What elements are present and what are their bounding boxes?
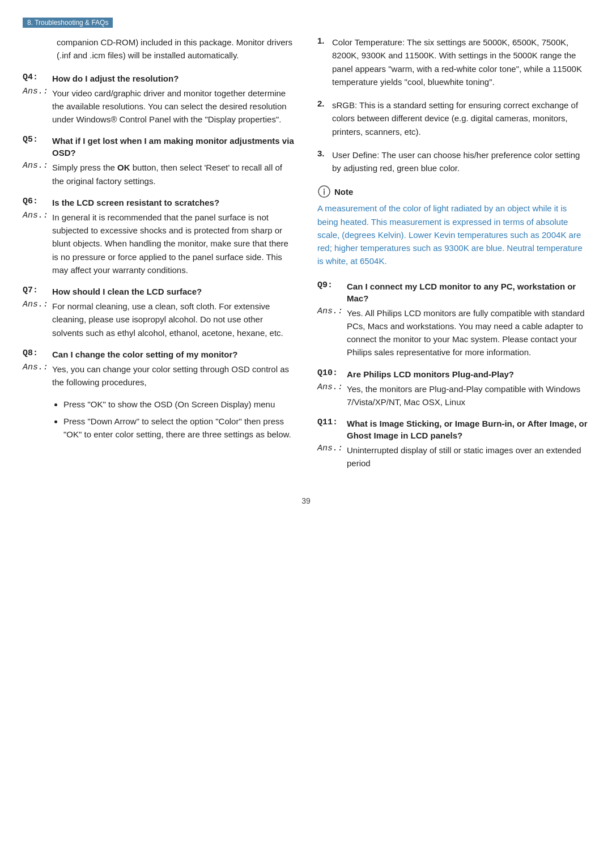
q8-ans-label: Ans.: [23,363,52,372]
q11-ans-text: Uninterrupted display of still or static… [347,444,589,470]
qa-q11: Q11: What is Image Sticking, or Image Bu… [317,418,589,470]
qa-q6: Q6: Is the LCD screen resistant to scrat… [23,197,295,276]
bullet-item-1: Press "OK" to show the OSD (On Screen Di… [63,398,295,411]
qa-q7: Q7: How should I clean the LCD surface? … [23,286,295,339]
q8-ans-text: Yes, you can change your color setting t… [52,363,295,389]
q4-text: How do I adjust the resolution? [52,73,178,84]
q9-ans-text: Yes. All Philips LCD monitors are fully … [347,307,589,359]
q10-text: Are Philips LCD monitors Plug-and-Play? [347,368,514,380]
left-column: companion CD-ROM) included in this packa… [23,36,295,479]
q7-ans-label: Ans.: [23,300,52,309]
q4-ans-text: Your video card/graphic driver and monit… [52,87,295,126]
header-tag: 8. Troubleshooting & FAQs [23,18,113,28]
q4-label: Q4: [23,73,52,82]
num-2-text: sRGB: This is a standard setting for ens… [332,99,589,138]
q6-ans-text: In general it is recommended that the pa… [52,211,295,276]
q4-answer-row: Ans.: Your video card/graphic driver and… [23,87,295,126]
q11-ans-label: Ans.: [317,444,347,453]
num-2-label: 2. [317,99,332,108]
note-box: Note A measurement of the color of light… [317,185,589,267]
q11-question-row: Q11: What is Image Sticking, or Image Bu… [317,418,589,441]
q8-label: Q8: [23,348,52,358]
num-1-label: 1. [317,36,332,45]
note-header: Note [317,185,589,198]
q9-label: Q9: [317,280,347,290]
q8-question-row: Q8: Can I change the color setting of my… [23,348,295,360]
numbered-item-1: 1. Color Temperature: The six settings a… [317,36,589,88]
q10-question-row: Q10: Are Philips LCD monitors Plug-and-P… [317,368,589,380]
q7-text: How should I clean the LCD surface? [52,286,202,297]
q5-answer-row: Ans.: Simply press the OK button, then s… [23,161,295,188]
q5-ans-text: Simply press the OK button, then select … [52,161,295,188]
q11-text: What is Image Sticking, or Image Burn-in… [347,418,589,441]
q8-text: Can I change the color setting of my mon… [52,348,238,360]
two-column-layout: companion CD-ROM) included in this packa… [23,36,589,479]
q7-question-row: Q7: How should I clean the LCD surface? [23,286,295,297]
page-number: 39 [23,496,589,505]
num-3-text: User Define: The user can choose his/her… [332,148,589,175]
bullet-item-2: Press "Down Arrow" to select the option … [63,415,295,441]
q7-ans-text: For normal cleaning, use a clean, soft c… [52,300,295,339]
q4-question-row: Q4: How do I adjust the resolution? [23,73,295,84]
q7-label: Q7: [23,286,52,295]
qa-q5: Q5: What if I get lost when I am making … [23,135,295,188]
qa-q10: Q10: Are Philips LCD monitors Plug-and-P… [317,368,589,409]
q5-question-row: Q5: What if I get lost when I am making … [23,135,295,159]
numbered-item-2: 2. sRGB: This is a standard setting for … [317,99,589,138]
q8-answer-row: Ans.: Yes, you can change your color set… [23,363,295,389]
q10-answer-row: Ans.: Yes, the monitors are Plug-and-Pla… [317,382,589,409]
q10-ans-label: Ans.: [317,382,347,392]
page-container: 8. Troubleshooting & FAQs companion CD-R… [0,0,612,868]
q7-answer-row: Ans.: For normal cleaning, use a clean, … [23,300,295,339]
note-content: A measurement of the color of light radi… [317,202,589,267]
num-1-text: Color Temperature: The six settings are … [332,36,589,88]
q5-label: Q5: [23,135,52,144]
right-column: 1. Color Temperature: The six settings a… [317,36,589,479]
qa-q8: Q8: Can I change the color setting of my… [23,348,295,389]
q9-answer-row: Ans.: Yes. All Philips LCD monitors are … [317,307,589,359]
q11-answer-row: Ans.: Uninterrupted display of still or … [317,444,589,470]
q8-bullet-list: Press "OK" to show the OSD (On Screen Di… [63,398,295,441]
intro-text: companion CD-ROM) included in this packa… [23,36,295,62]
svg-point-1 [324,189,325,190]
qa-q4: Q4: How do I adjust the resolution? Ans.… [23,73,295,126]
q4-ans-label: Ans.: [23,87,52,96]
q10-ans-text: Yes, the monitors are Plug-and-Play comp… [347,382,589,409]
q9-question-row: Q9: Can I connect my LCD monitor to any … [317,280,589,304]
note-title: Note [334,187,353,197]
q9-text: Can I connect my LCD monitor to any PC, … [347,280,589,304]
q5-ans-label: Ans.: [23,161,52,171]
qa-q9: Q9: Can I connect my LCD monitor to any … [317,280,589,359]
q6-label: Q6: [23,197,52,206]
q6-ans-label: Ans.: [23,211,52,220]
q6-answer-row: Ans.: In general it is recommended that … [23,211,295,276]
q10-label: Q10: [317,368,347,378]
q11-label: Q11: [317,418,347,427]
num-3-label: 3. [317,148,332,158]
note-icon [317,185,331,198]
q6-text: Is the LCD screen resistant to scratches… [52,197,219,209]
q6-question-row: Q6: Is the LCD screen resistant to scrat… [23,197,295,209]
q5-text: What if I get lost when I am making moni… [52,135,295,159]
numbered-item-3: 3. User Define: The user can choose his/… [317,148,589,175]
q9-ans-label: Ans.: [317,307,347,316]
